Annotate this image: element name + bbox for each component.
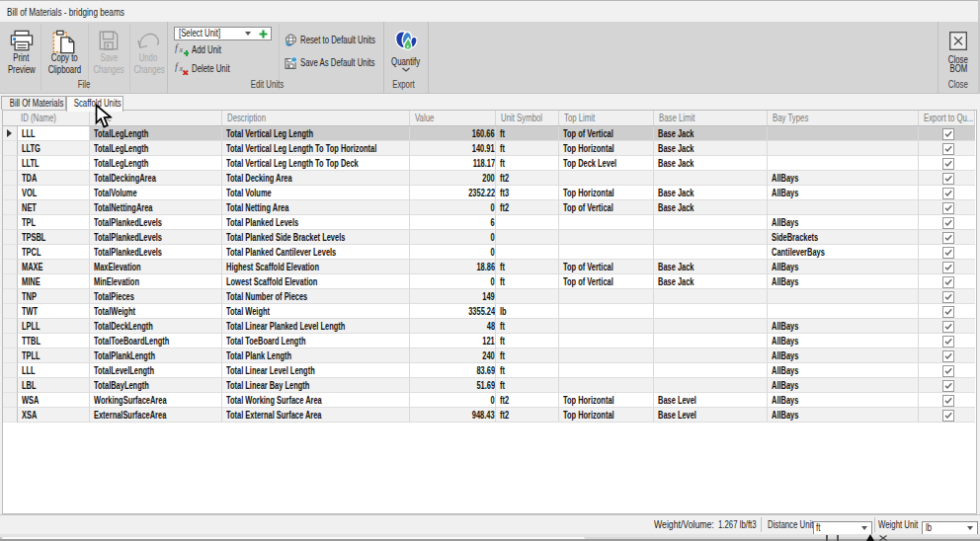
svg-text:f: f (175, 61, 179, 72)
svg-text:f: f (175, 42, 179, 53)
svg-text:x: x (179, 64, 184, 73)
svg-text:x: x (179, 45, 184, 54)
